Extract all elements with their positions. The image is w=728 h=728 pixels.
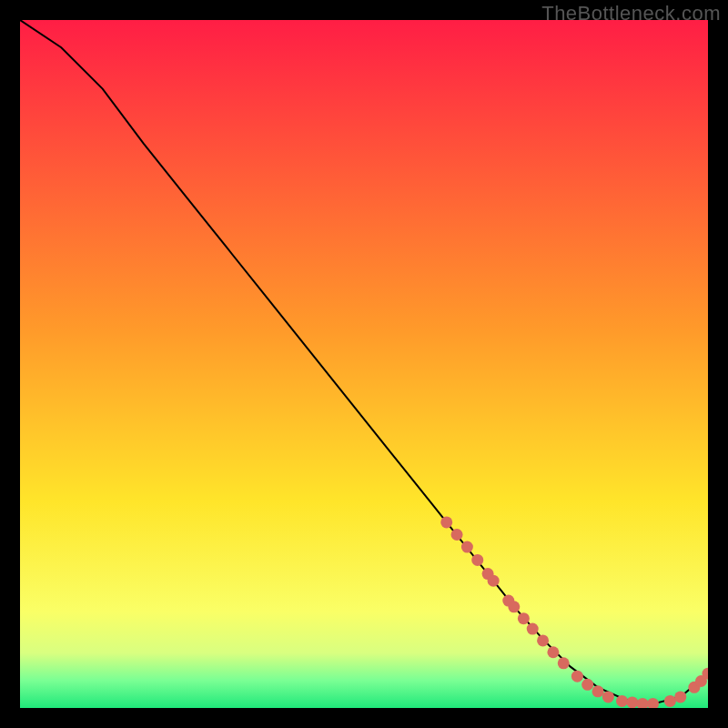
marker-dot xyxy=(471,554,483,566)
marker-dot xyxy=(488,575,500,587)
marker-dot xyxy=(527,623,539,635)
marker-dot xyxy=(508,601,520,612)
marker-dot xyxy=(571,671,583,682)
marker-dot xyxy=(674,691,686,703)
marker-dot xyxy=(626,696,638,708)
marker-dot xyxy=(547,646,559,658)
plot-area xyxy=(20,20,708,708)
marker-dot xyxy=(592,685,604,697)
marker-dot xyxy=(440,516,452,528)
bottleneck-curve xyxy=(20,20,708,703)
marker-dot xyxy=(451,529,463,541)
marker-dots xyxy=(440,516,708,708)
watermark-text: TheBottleneck.com xyxy=(541,2,721,25)
marker-dot xyxy=(558,657,570,669)
marker-dot xyxy=(461,541,473,553)
marker-dot xyxy=(581,679,593,691)
marker-dot xyxy=(518,612,530,624)
chart-overlay xyxy=(20,20,708,708)
marker-dot xyxy=(616,695,628,707)
marker-dot xyxy=(537,634,549,646)
marker-dot xyxy=(647,698,659,708)
marker-dot xyxy=(664,695,676,707)
marker-dot xyxy=(637,698,649,708)
marker-dot xyxy=(602,691,614,703)
